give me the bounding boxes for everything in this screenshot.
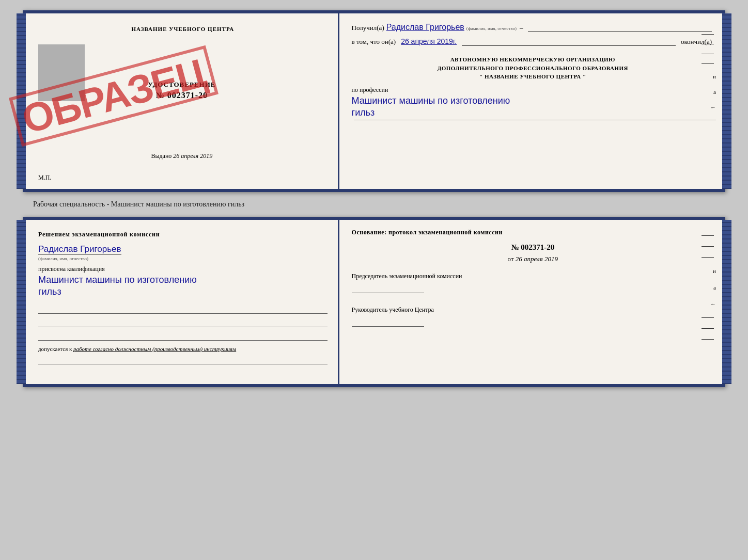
edge-letter-i: и xyxy=(699,73,716,79)
profession-value: Машинист машины по изготовлению гильз xyxy=(352,95,714,121)
bottom-lines xyxy=(38,302,328,341)
rukovoditel-block: Руководитель учебного Центра xyxy=(352,305,714,329)
bottom-doc-left: Решением экзаменационной комиссии Радисл… xyxy=(26,220,339,384)
separator-label: Рабочая специальность - Машинист машины … xyxy=(10,200,244,209)
bottom-edge-dash-6 xyxy=(702,339,714,340)
vydano-label: Выдано xyxy=(151,152,172,159)
bottom-edge-arrow: ← xyxy=(699,301,716,307)
qual-line1: Машинист машины по изготовлению xyxy=(38,275,197,285)
prisvoena-text: присвоена квалификация xyxy=(38,265,328,273)
top-doc-right: Получил(а) Радислав Григорьев (фамилия, … xyxy=(339,13,722,189)
bottom-edge-dash-1 xyxy=(702,235,714,236)
udostoverenie-number: № 002371-20 xyxy=(148,91,215,100)
bottom-fio-sub: (фамилия, имя, отчество) xyxy=(38,256,328,261)
protocol-date-value: 26 апреля 2019 xyxy=(516,255,558,263)
photo-placeholder xyxy=(38,44,85,101)
edge-dash-2 xyxy=(702,44,714,44)
bottom-edge-dash-4 xyxy=(702,317,714,318)
komissia-title: Решением экзаменационной комиссии xyxy=(38,230,328,239)
dopuskaetsya-last-line xyxy=(38,354,328,364)
bottom-name: Радислав Григорьев xyxy=(38,244,121,255)
vydano-date: 26 апреля 2019 xyxy=(173,152,212,159)
top-document: НАЗВАНИЕ УЧЕБНОГО ЦЕНТРА ОБРАЗЕЦ УДОСТОВ… xyxy=(23,10,725,192)
fabric-binding-right xyxy=(722,13,731,189)
org-line3: " НАЗВАНИЕ УЧЕБНОГО ЦЕНТРА " xyxy=(352,72,714,81)
bottom-document: Решением экзаменационной комиссии Радисл… xyxy=(23,217,725,387)
top-doc-left: НАЗВАНИЕ УЧЕБНОГО ЦЕНТРА ОБРАЗЕЦ УДОСТОВ… xyxy=(26,13,339,189)
poluchil-line: Получил(а) Радислав Григорьев (фамилия, … xyxy=(352,23,714,32)
recipient-name: Радислав Григорьев xyxy=(386,23,464,32)
blank-line-2 xyxy=(38,316,328,327)
rukovoditel-title: Руководитель учебного Центра xyxy=(352,305,714,314)
qualification-block: Машинист машины по изготовлению гильз xyxy=(38,274,328,298)
dopuskaetsya-label: допускается к xyxy=(38,346,72,352)
poluchil-label: Получил(а) xyxy=(352,24,384,32)
edge-arrow: ← xyxy=(699,104,716,110)
bottom-edge-letter-i: и xyxy=(699,268,716,274)
profession-line1: Машинист машины по изготовлению xyxy=(352,95,510,106)
profession-underline xyxy=(354,120,716,120)
org-line1: АВТОНОМНУЮ НЕКОММЕРЧЕСКУЮ ОРГАНИЗАЦИЮ xyxy=(352,55,714,64)
bottom-edge-dash-5 xyxy=(702,328,714,329)
predsedatel-signature-line xyxy=(352,283,424,293)
dash-line-1 xyxy=(528,31,712,32)
profession-line2: гильз xyxy=(352,107,375,118)
udostoverenie-block: УДОСТОВЕРЕНИЕ № 002371-20 xyxy=(148,81,215,100)
dash-line-2 xyxy=(462,45,676,46)
bottom-name-block: Радислав Григорьев (фамилия, имя, отчест… xyxy=(38,244,328,261)
edge-dash-1 xyxy=(702,34,714,35)
protocol-number: № 002371-20 xyxy=(352,243,714,252)
vtom-date: 26 апреля 2019г. xyxy=(401,37,457,45)
org-line2: ДОПОЛНИТЕЛЬНОГО ПРОФЕССИОНАЛЬНОГО ОБРАЗО… xyxy=(352,64,714,73)
fabric-binding-left xyxy=(17,13,26,189)
mp-text: М.П. xyxy=(38,174,51,182)
fabric-binding-right-bottom xyxy=(722,220,731,384)
blank-line-1 xyxy=(38,302,328,314)
dopuskaetsya-block: допускается к работе согласно должностны… xyxy=(38,346,328,352)
bottom-edge-dash-3 xyxy=(702,257,714,258)
profession-label: по профессии xyxy=(352,86,714,94)
fio-sub-top: (фамилия, имя, отчество) xyxy=(466,26,517,31)
edge-dash-4 xyxy=(702,63,714,64)
predsedatel-title: Председатель экзаменационной комиссии xyxy=(352,271,714,281)
protocol-date-prefix: от xyxy=(508,255,514,263)
blank-line-3 xyxy=(38,329,328,341)
vtom-line: в том, что он(а) 26 апреля 2019г. окончи… xyxy=(352,37,714,46)
vydano-block: Выдано 26 апреля 2019 xyxy=(151,152,212,160)
school-name-top: НАЗВАНИЕ УЧЕБНОГО ЦЕНТРА xyxy=(38,26,328,32)
udostoverenie-title: УДОСТОВЕРЕНИЕ xyxy=(148,81,215,89)
edge-letter-a: а xyxy=(699,89,716,95)
edge-dash-5 xyxy=(702,120,714,120)
right-edge-lines-bottom: и а ← xyxy=(699,235,716,340)
protocol-date-line: от 26 апреля 2019 xyxy=(352,255,714,263)
bottom-edge-dash-2 xyxy=(702,246,714,247)
fabric-binding-left-bottom xyxy=(17,220,26,384)
bottom-doc-right: Основание: протокол экзаменационной коми… xyxy=(339,220,722,384)
osnovaniye-title: Основание: протокол экзаменационной коми… xyxy=(352,228,714,237)
qual-line2: гильз xyxy=(38,286,61,297)
rukovoditel-signature-line xyxy=(352,316,424,327)
bottom-edge-letter-a: а xyxy=(699,284,716,291)
predsedatel-block: Председатель экзаменационной комиссии xyxy=(352,271,714,296)
edge-dash-3 xyxy=(702,54,714,54)
dopuskaetsya-link: работе согласно должностным (производств… xyxy=(73,346,236,352)
org-block: АВТОНОМНУЮ НЕКОММЕРЧЕСКУЮ ОРГАНИЗАЦИЮ ДО… xyxy=(352,55,714,81)
right-edge-lines-top: и а ← xyxy=(699,34,716,120)
vtom-label: в том, что он(а) xyxy=(352,38,396,46)
